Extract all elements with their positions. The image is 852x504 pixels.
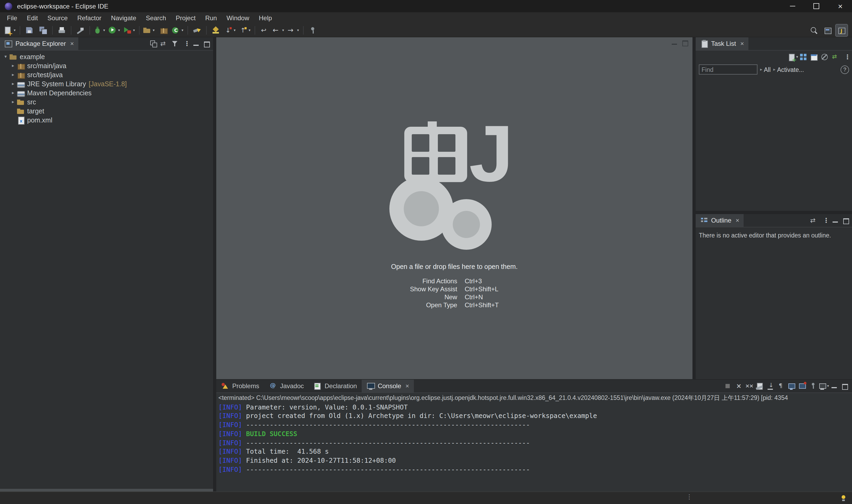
menu-item-project[interactable]: Project — [171, 12, 200, 23]
collapse-all-button[interactable] — [148, 38, 159, 49]
tree-item-maven-dependencies[interactable]: ▸Maven Dependencies — [0, 88, 213, 97]
show-stderr-button[interactable] — [797, 380, 807, 391]
run-external-tools-dropdown-icon[interactable]: ▾ — [132, 28, 136, 32]
close-outline-icon[interactable]: × — [735, 217, 739, 224]
new-wizard-button[interactable]: ▾ — [3, 24, 17, 36]
tab-console[interactable]: Console× — [362, 379, 414, 392]
expander-icon[interactable]: ▸ — [10, 97, 17, 107]
new-java-class-dropdown-icon[interactable]: ▾ — [181, 28, 184, 32]
new-task-button[interactable]: ▾ — [787, 51, 798, 62]
show-stdout-button[interactable] — [786, 380, 797, 391]
expander-icon[interactable]: ▸ — [10, 70, 17, 79]
maximize-button[interactable] — [201, 38, 212, 49]
tab-problems[interactable]: Problems — [216, 379, 264, 392]
minimize-button[interactable] — [829, 380, 839, 391]
notifications-button[interactable] — [838, 492, 849, 503]
previous-annotation-button[interactable]: ▾ — [238, 24, 252, 36]
menu-item-file[interactable]: File — [2, 12, 22, 23]
java-perspective-button[interactable] — [835, 24, 848, 36]
pin-editor-button[interactable] — [306, 24, 319, 36]
help-badge[interactable]: ? — [840, 65, 849, 74]
terminate-button[interactable] — [722, 380, 733, 391]
tree-item-pom-xml[interactable]: pom.xml — [0, 115, 213, 125]
minimize-window-button[interactable] — [780, 0, 804, 12]
close-package-explorer-icon[interactable]: × — [70, 40, 74, 48]
open-console-button[interactable]: ▾ — [818, 380, 829, 391]
tab-javadoc[interactable]: Javadoc — [264, 379, 308, 392]
menu-item-navigate[interactable]: Navigate — [106, 12, 141, 23]
new-java-project-button[interactable]: ▾ — [142, 24, 156, 36]
focus-on-workweek-button[interactable] — [809, 51, 819, 62]
back-dropdown-icon[interactable]: ▾ — [281, 28, 285, 32]
new-java-class-button[interactable]: ▾ — [171, 24, 185, 36]
right-sash[interactable] — [692, 37, 696, 379]
close-tab-icon[interactable]: × — [405, 382, 409, 390]
minimize-button[interactable] — [669, 37, 680, 48]
minimize-button[interactable] — [191, 38, 201, 49]
save-all-button[interactable] — [37, 24, 50, 36]
forward-dropdown-icon[interactable]: ▾ — [296, 28, 300, 32]
expander-icon[interactable]: ▸ — [10, 61, 17, 70]
next-annotation-button[interactable]: ▾ — [223, 24, 237, 36]
tree-item-example[interactable]: ▾example — [0, 52, 213, 61]
view-menu-button[interactable] — [840, 51, 851, 62]
next-annotation-dropdown-icon[interactable]: ▾ — [233, 28, 236, 32]
right-horizontal-sash[interactable] — [696, 211, 852, 214]
debug-button[interactable]: ▾ — [93, 24, 107, 36]
scope-all-control[interactable]: ▸ All — [760, 66, 771, 73]
search-button[interactable] — [807, 24, 820, 36]
tree-item-target[interactable]: target — [0, 107, 213, 115]
run-external-tools-button[interactable]: ▾ — [123, 24, 136, 36]
menu-item-source[interactable]: Source — [42, 12, 72, 23]
filters-button[interactable] — [170, 38, 180, 49]
run-dropdown-icon[interactable]: ▾ — [117, 28, 121, 32]
back-button[interactable]: ▾ — [272, 24, 285, 36]
menu-item-search[interactable]: Search — [141, 12, 171, 23]
menu-item-run[interactable]: Run — [200, 12, 221, 23]
maximize-button[interactable] — [840, 215, 851, 226]
left-sash[interactable] — [213, 37, 216, 491]
pin-console-button[interactable] — [807, 380, 818, 391]
package-explorer-tab[interactable]: Package Explorer × — [0, 37, 78, 50]
view-menu-button[interactable] — [180, 38, 191, 49]
remove-all-terminated-button[interactable] — [744, 380, 754, 391]
build-all-button[interactable] — [74, 24, 87, 36]
new-wizard-dropdown-icon[interactable]: ▾ — [13, 28, 17, 32]
close-window-button[interactable]: × — [828, 0, 852, 12]
debug-dropdown-icon[interactable]: ▾ — [102, 28, 106, 32]
maximize-button[interactable] — [680, 37, 690, 48]
console-output[interactable]: [INFO] Parameter: version, Value: 0.0.1-… — [216, 403, 852, 491]
tree-item-jre-system-library[interactable]: ▸JRE System Library[JavaSE-1.8] — [0, 79, 213, 88]
run-button[interactable]: ▾ — [108, 24, 122, 36]
horizontal-scrollbar[interactable] — [0, 489, 213, 491]
menu-item-edit[interactable]: Edit — [22, 12, 42, 23]
last-edit-location-button[interactable] — [258, 24, 271, 36]
menu-item-window[interactable]: Window — [221, 12, 254, 23]
task-list-tab[interactable]: Task List × — [696, 37, 748, 50]
previous-annotation-dropdown-icon[interactable]: ▾ — [248, 28, 251, 32]
categorized-button[interactable] — [798, 51, 809, 62]
scroll-lock-button[interactable] — [765, 380, 776, 391]
clear-console-button[interactable] — [754, 380, 765, 391]
tree-item-src-main-java[interactable]: ▸src/main/java — [0, 61, 213, 70]
view-menu-button[interactable] — [819, 215, 830, 226]
activate-control[interactable]: ▸ Activate... — [774, 66, 804, 73]
hide-completed-button[interactable] — [819, 51, 830, 62]
tree-item-src[interactable]: ▸src — [0, 97, 213, 107]
outline-tab[interactable]: Outline × — [696, 214, 744, 227]
tab-declaration[interactable]: Declaration — [309, 379, 362, 392]
word-wrap-button[interactable] — [776, 380, 786, 391]
forward-button[interactable]: ▾ — [287, 24, 300, 36]
maximize-button[interactable] — [839, 380, 850, 391]
print-button[interactable] — [55, 24, 68, 36]
maximize-window-button[interactable] — [804, 0, 828, 12]
new-java-project-dropdown-icon[interactable]: ▾ — [152, 28, 156, 32]
open-perspective-button[interactable] — [821, 24, 834, 36]
minimize-button[interactable] — [830, 215, 840, 226]
expander-icon[interactable]: ▸ — [10, 79, 17, 88]
tree-item-src-test-java[interactable]: ▸src/test/java — [0, 70, 213, 79]
remove-launch-button[interactable] — [733, 380, 744, 391]
link-with-editor-button[interactable] — [159, 38, 170, 49]
toggle-mark-occurrences-button[interactable] — [209, 24, 222, 36]
close-task-list-icon[interactable]: × — [740, 40, 744, 48]
